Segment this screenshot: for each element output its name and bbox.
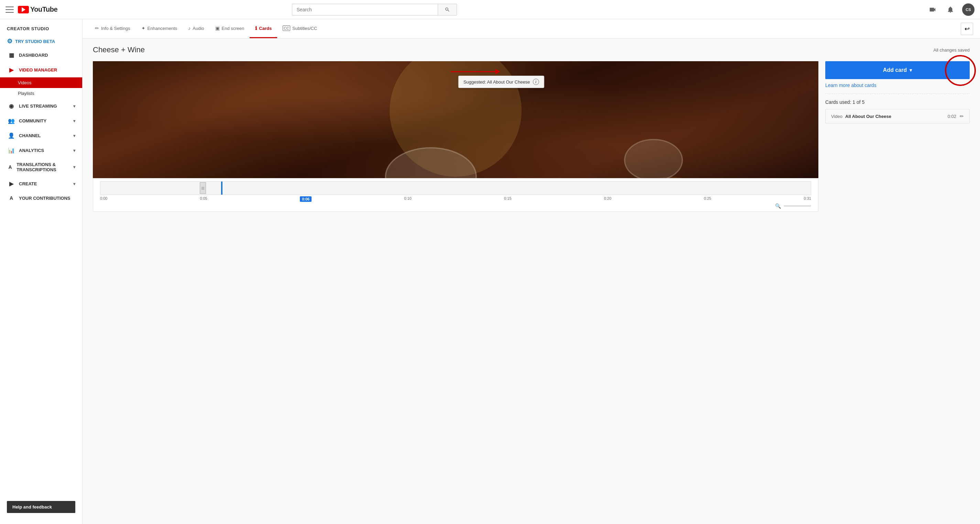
tab-info-settings[interactable]: ✏ Info & Settings	[89, 19, 136, 38]
info-label: i	[535, 80, 536, 84]
card-time: 0:02	[948, 114, 956, 119]
edit-icon[interactable]: ✏	[960, 113, 964, 119]
zoom-icon[interactable]: 🔍	[775, 203, 781, 209]
video-editor: Cheese + Wine All changes saved	[83, 38, 980, 219]
sidebar-item-dashboard[interactable]: ▦ DASHBOARD	[0, 48, 82, 62]
avatar[interactable]: CS	[962, 3, 975, 16]
sidebar: CREATOR STUDIO ⚙ TRY STUDIO BETA ▦ DASHB…	[0, 19, 83, 524]
info-circle-icon[interactable]: i	[533, 79, 539, 85]
search-button[interactable]	[438, 4, 457, 16]
sidebar-item-community[interactable]: 👥 COMMUNITY ▾	[0, 113, 82, 128]
tab-enhancements[interactable]: ✦ Enhancements	[136, 19, 183, 38]
content-area: ✏ Info & Settings ✦ Enhancements ♪ Audio…	[83, 19, 980, 524]
video-camera-icon	[929, 6, 936, 13]
tab-end-screen[interactable]: ▣ End screen	[210, 19, 250, 38]
tab-bar: ✏ Info & Settings ✦ Enhancements ♪ Audio…	[83, 19, 980, 38]
learn-more-link[interactable]: Learn more about cards	[825, 83, 970, 88]
music-icon: ♪	[188, 25, 191, 31]
divider	[825, 94, 970, 94]
help-feedback-button[interactable]: Help and feedback	[7, 501, 75, 513]
video-manager-icon: ▶	[8, 67, 15, 73]
sidebar-item-label: CREATE	[19, 181, 37, 186]
card-type-label: Video	[831, 114, 842, 119]
timeline-track[interactable]	[100, 181, 811, 195]
time-0-10: 0:10	[404, 196, 411, 202]
wine-scene	[93, 61, 818, 178]
sidebar-item-analytics[interactable]: 📊 ANALYTICS ▾	[0, 143, 82, 158]
info-icon: ℹ	[255, 25, 257, 31]
back-button[interactable]: ↩	[961, 23, 973, 35]
add-card-button[interactable]: Add card ▾	[825, 61, 970, 79]
tab-label: Audio	[192, 26, 204, 31]
sidebar-item-live-streaming[interactable]: ◉ LIVE STREAMING ▾	[0, 99, 82, 113]
add-card-wrapper: Add card ▾	[825, 61, 970, 79]
create-icon: ▶	[8, 180, 15, 187]
video-camera-button[interactable]	[926, 3, 939, 16]
chevron-down-icon: ▾	[73, 148, 75, 153]
tab-label: Subtitles/CC	[292, 26, 317, 31]
notification-button[interactable]	[944, 3, 957, 16]
cards-used-label: Cards used: 1 of 5	[825, 99, 970, 105]
chevron-down-icon: ▾	[73, 134, 75, 138]
time-0-15: 0:15	[504, 196, 511, 202]
video-preview[interactable]: Suggested: All About Our Cheese i	[93, 61, 818, 178]
sidebar-top: CREATOR STUDIO ⚙ TRY STUDIO BETA ▦ DASHB…	[0, 19, 82, 205]
video-title: Cheese + Wine	[93, 45, 145, 54]
video-title-row: Cheese + Wine All changes saved	[93, 45, 970, 54]
sparkle-icon: ✦	[141, 25, 145, 31]
card-tooltip[interactable]: Suggested: All About Our Cheese i	[458, 76, 544, 88]
card-item-left: Video All About Our Cheese	[831, 114, 891, 119]
tab-label: End screen	[222, 26, 245, 31]
time-0-31: 0:31	[804, 196, 811, 202]
card-timeline-marker[interactable]	[221, 182, 223, 194]
sidebar-bottom: Help and feedback	[0, 495, 82, 524]
card-tooltip-text: Suggested: All About Our Cheese	[463, 80, 530, 84]
timeline-thumb[interactable]	[200, 182, 206, 194]
time-0-00: 0:00	[100, 196, 107, 202]
sidebar-item-translations[interactable]: A TRANSLATIONS & TRANSCRIPTIONS ▾	[0, 158, 82, 177]
menu-icon[interactable]	[5, 6, 14, 13]
card-tooltip-row: Suggested: All About Our Cheese i	[451, 69, 500, 74]
community-icon: 👥	[8, 118, 15, 124]
try-studio-beta-link[interactable]: ⚙ TRY STUDIO BETA	[0, 35, 82, 48]
channel-icon: 👤	[8, 132, 15, 139]
youtube-logo[interactable]: YouTube	[18, 5, 57, 13]
card-item-right: 0:02 ✏	[948, 113, 964, 119]
try-studio-beta-label: TRY STUDIO BETA	[15, 39, 55, 44]
zoom-slider[interactable]	[784, 205, 811, 207]
analytics-icon: 📊	[8, 147, 15, 154]
translations-icon: A	[8, 164, 13, 170]
sidebar-item-label: YOUR CONTRIBUTIONS	[19, 196, 70, 201]
sidebar-item-label: VIDEO MANAGER	[19, 67, 57, 73]
zoom-controls: 🔍	[93, 202, 818, 209]
sidebar-subitem-playlists[interactable]: Playlists	[0, 88, 82, 99]
card-name-label: All About Our Cheese	[845, 114, 891, 119]
dropdown-arrow-icon: ▾	[910, 67, 912, 73]
red-arrow	[451, 69, 500, 74]
sidebar-item-create[interactable]: ▶ CREATE ▾	[0, 177, 82, 191]
chevron-down-icon: ▾	[73, 104, 75, 109]
yt-logo-text: YouTube	[30, 5, 57, 13]
timeline-labels: 0:00 0:05 0:06 0:10 0:15 0:20 0:25 0:31	[93, 195, 818, 202]
tab-subtitles-cc[interactable]: CC Subtitles/CC	[277, 19, 323, 38]
search-input[interactable]	[292, 4, 438, 16]
sidebar-item-label: ANALYTICS	[19, 148, 44, 153]
current-time-badge: 0:06	[300, 196, 312, 202]
arrow-head	[495, 69, 500, 74]
sidebar-item-your-contributions[interactable]: A YOUR CONTRIBUTIONS	[0, 191, 82, 205]
save-status: All changes saved	[933, 48, 970, 53]
arrow-line	[451, 71, 495, 72]
sidebar-subitem-videos[interactable]: Videos	[0, 77, 82, 88]
creator-studio-header: CREATOR STUDIO	[0, 19, 82, 35]
chevron-down-icon: ▾	[73, 182, 75, 186]
time-0-05: 0:05	[200, 196, 207, 202]
sidebar-item-channel[interactable]: 👤 CHANNEL ▾	[0, 128, 82, 143]
sidebar-item-video-manager[interactable]: ▶ VIDEO MANAGER	[0, 62, 82, 77]
nav-left: YouTube	[5, 5, 57, 13]
time-0-20: 0:20	[604, 196, 611, 202]
tab-cards[interactable]: ℹ Cards	[250, 19, 277, 38]
tab-audio[interactable]: ♪ Audio	[183, 19, 209, 38]
add-card-label: Add card	[883, 67, 907, 73]
top-navigation: YouTube CS	[0, 0, 980, 19]
chevron-down-icon: ▾	[73, 165, 75, 169]
